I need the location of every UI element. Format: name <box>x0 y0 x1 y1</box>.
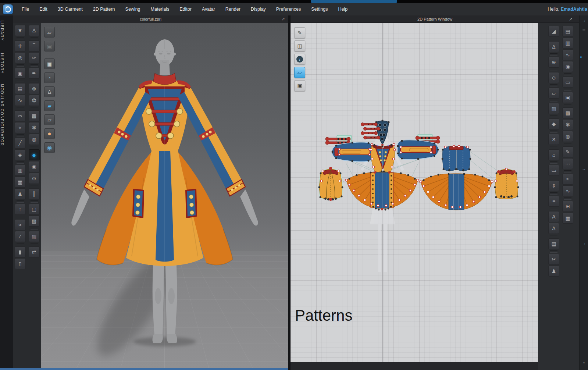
tool-fabric-a[interactable]: ▢ <box>29 204 40 215</box>
tool-solidify[interactable]: ▥ <box>15 165 26 176</box>
tool-select-mesh[interactable]: ▣ <box>15 68 26 79</box>
panel-menu-icon[interactable]: ≡ <box>580 26 588 32</box>
menu-render[interactable]: Render <box>220 3 246 15</box>
r2-free-sew[interactable]: ▥ <box>562 38 573 49</box>
tool-edit-sewing[interactable]: ✂ <box>15 110 26 121</box>
tool-free-sewing[interactable]: ∿ <box>15 95 26 106</box>
panel-corner-icon[interactable]: ▫ <box>580 360 588 365</box>
r-edit-curve[interactable]: ∆ <box>548 41 559 52</box>
r-polygon[interactable]: ⌂ <box>548 149 559 160</box>
tool-fabric-b[interactable]: ▧ <box>29 216 40 227</box>
view-globe[interactable]: ◉ <box>44 142 55 153</box>
r2-bundle[interactable]: ▦ <box>562 213 573 224</box>
r2-segment-sew[interactable]: ▤ <box>562 26 573 37</box>
r-trace[interactable]: ▨ <box>548 103 559 114</box>
menu-settings[interactable]: Settings <box>306 3 333 15</box>
tool-pleats[interactable]: ⇄ <box>29 246 40 257</box>
panel-low-arrow-icon[interactable]: → <box>580 241 588 246</box>
pattern-piece-sleeve-left[interactable] <box>332 142 374 162</box>
tool-button[interactable]: ◉ <box>29 161 40 172</box>
pattern-piece-back-bodice-left[interactable] <box>318 167 343 201</box>
p2d-show-pattern[interactable]: ▱ <box>294 67 305 78</box>
r-edit-points[interactable]: ⊕ <box>548 57 559 68</box>
tool-avatar-pen[interactable]: ✑ <box>29 52 40 63</box>
r2-pen-line[interactable]: ✎ <box>562 146 573 157</box>
view-points[interactable]: ◔ <box>44 72 55 83</box>
menu-display[interactable]: Display <box>246 3 271 15</box>
pattern-piece-sleeve-right[interactable] <box>397 140 439 160</box>
r2-fabric-roll[interactable]: ▩ <box>562 107 573 118</box>
menu-preferences[interactable]: Preferences <box>271 3 306 15</box>
tool-layer-clone[interactable]: ▦ <box>15 177 26 188</box>
2d-pattern-canvas[interactable]: ✎◫i▱▣ Patterns <box>291 23 538 362</box>
tool-pattern-shirt[interactable]: ◍ <box>29 134 40 145</box>
view-garment[interactable]: ▣ <box>44 58 55 69</box>
tool-avatar-tape[interactable]: ⌒ <box>29 40 40 51</box>
popout-icon[interactable]: ↗ <box>281 16 285 22</box>
tool-fit-to-avatar[interactable]: ♟ <box>15 188 26 199</box>
view-head[interactable]: ● <box>44 128 55 139</box>
tool-avatar-walk[interactable]: ♙ <box>29 25 40 36</box>
p2d-info[interactable]: i <box>294 54 305 65</box>
tool-fabric-roll[interactable]: ▩ <box>29 110 40 121</box>
tool-transform[interactable]: ✛ <box>15 40 26 51</box>
r-cross[interactable]: ✕ <box>548 134 559 145</box>
r-transform-pattern[interactable]: ◢ <box>548 26 559 37</box>
tool-buttonhole[interactable]: ⊙ <box>29 173 40 184</box>
window-divider[interactable] <box>288 15 291 370</box>
tool-basting[interactable]: ▮ <box>15 246 26 257</box>
tool-tack[interactable]: ⌖ <box>15 122 26 133</box>
p2d-lock[interactable]: ▣ <box>294 80 305 91</box>
tool-avatar-measure[interactable]: ✒ <box>29 68 40 79</box>
r-text[interactable]: A <box>548 211 559 222</box>
r2-shirt[interactable]: ▣ <box>562 92 573 103</box>
r-pattern-outline[interactable]: ▱ <box>548 88 559 99</box>
pattern-piece-skirt-front[interactable] <box>345 171 419 211</box>
menu-help[interactable]: Help <box>333 3 353 15</box>
username-link[interactable]: EmadAshtia <box>561 7 587 12</box>
tool-stitch-shirt[interactable]: ❂ <box>29 95 40 106</box>
menu-editor[interactable]: Editor <box>174 3 197 15</box>
r-pocket[interactable]: ◆ <box>548 118 559 129</box>
tool-simulate[interactable]: ▼ <box>15 25 26 36</box>
menu-edit[interactable]: Edit <box>34 3 53 15</box>
menu-materials[interactable]: Materials <box>146 3 175 15</box>
tool-pin[interactable]: ╱ <box>15 138 26 149</box>
tool-segment-sewing[interactable]: ▤ <box>15 83 26 94</box>
r-avatar-pair[interactable]: ♟ <box>548 266 559 277</box>
view-fabric-off[interactable]: ▱ <box>44 114 55 125</box>
menu-avatar[interactable]: Avatar <box>197 3 220 15</box>
r2-checker-shirt[interactable]: ◍ <box>562 131 573 142</box>
r-shape[interactable]: ◇ <box>548 72 559 83</box>
r-text-style[interactable]: A <box>548 223 559 234</box>
3d-window-titlebar[interactable]: colorfull.zprj ↗ <box>13 15 288 23</box>
pattern-piece-back-bodice-right[interactable] <box>494 168 519 199</box>
tool-fold-arrangement[interactable]: ◈ <box>15 149 26 160</box>
r-ruler-v[interactable]: ⇕ <box>548 180 559 191</box>
r2-dotted-line[interactable]: ⋯ <box>562 158 573 169</box>
r2-add-pattern[interactable]: ⊞ <box>562 201 573 212</box>
tool-3d-paint[interactable]: ● <box>29 149 40 160</box>
r2-iron[interactable]: ▭ <box>562 77 573 88</box>
panel-expand-arrow-icon[interactable]: → <box>580 18 588 23</box>
view-avatar[interactable]: ♙ <box>44 86 55 97</box>
view-fabric-on[interactable]: ▰ <box>44 100 55 111</box>
r-rect[interactable]: ▭ <box>548 165 559 176</box>
menu-2d-pattern[interactable]: 2D Pattern <box>88 3 120 15</box>
tool-fabric-c[interactable]: ▨ <box>29 231 40 242</box>
tool-texture-shirt[interactable]: ✾ <box>29 122 40 133</box>
r-ruler-h[interactable]: ≡ <box>548 196 559 207</box>
tool-stitch-edit[interactable]: ⊚ <box>29 83 40 94</box>
p2d-show-garment[interactable]: ◫ <box>294 40 305 51</box>
tool-measure-tape[interactable]: ≈ <box>15 219 26 230</box>
menu-sewing[interactable]: Sewing <box>120 3 146 15</box>
view-garment-ghost[interactable]: ▣ <box>44 41 55 51</box>
tool-select-lasso[interactable]: ◎ <box>15 52 26 63</box>
r2-zigzag-b[interactable]: ∿ <box>562 185 573 196</box>
pattern-piece-back-bodice-blue[interactable] <box>442 145 471 171</box>
pattern-piece-skirt-back[interactable] <box>420 173 493 210</box>
popout-icon[interactable]: ↗ <box>569 16 573 22</box>
tool-grade[interactable]: ↑ <box>15 204 26 215</box>
3d-viewport-canvas[interactable]: ▱▣▣◔♙▰▱●◉ <box>41 23 288 368</box>
panel-mid-arrow-icon[interactable]: → <box>580 166 588 171</box>
